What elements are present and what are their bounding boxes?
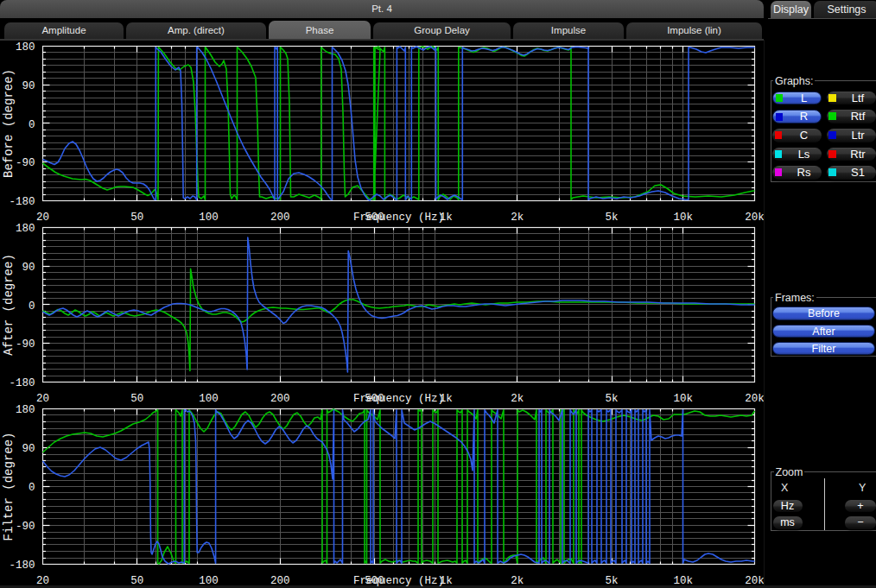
svg-text:50: 50 (130, 212, 143, 224)
svg-text:180: 180 (16, 404, 35, 416)
svg-text:20: 20 (36, 575, 49, 587)
svg-text:10k: 10k (674, 212, 694, 224)
svg-text:5k: 5k (606, 212, 619, 224)
svg-text:2k: 2k (511, 212, 524, 224)
svg-text:0: 0 (29, 300, 35, 313)
svg-text:Frequency (Hz): Frequency (Hz) (353, 393, 444, 405)
svg-text:2k: 2k (511, 393, 524, 405)
svg-text:Frequency (Hz): Frequency (Hz) (353, 575, 444, 587)
svg-text:10k: 10k (674, 393, 694, 405)
svg-text:-180: -180 (9, 196, 35, 208)
svg-text:0: 0 (29, 119, 35, 131)
svg-text:200: 200 (270, 212, 290, 224)
svg-text:50: 50 (130, 575, 143, 587)
svg-text:100: 100 (199, 212, 219, 224)
svg-text:20: 20 (36, 393, 49, 405)
svg-text:-90: -90 (16, 157, 35, 169)
svg-text:10k: 10k (674, 575, 694, 587)
svg-text:Before (degree): Before (degree) (2, 69, 16, 178)
svg-text:20k: 20k (745, 393, 764, 405)
svg-text:100: 100 (199, 393, 219, 405)
svg-text:5k: 5k (606, 575, 619, 587)
svg-text:20k: 20k (745, 212, 764, 224)
svg-text:100: 100 (199, 575, 219, 587)
svg-text:20k: 20k (745, 575, 764, 587)
svg-text:After (degree): After (degree) (2, 254, 16, 356)
svg-text:200: 200 (270, 575, 290, 587)
svg-text:Filter (degree): Filter (degree) (2, 432, 16, 541)
svg-text:180: 180 (16, 223, 35, 235)
svg-text:50: 50 (130, 393, 143, 405)
svg-text:90: 90 (22, 262, 35, 274)
svg-text:5k: 5k (606, 393, 619, 405)
svg-text:-180: -180 (9, 377, 35, 389)
svg-text:2k: 2k (511, 575, 524, 587)
svg-text:180: 180 (16, 41, 35, 54)
svg-text:-180: -180 (9, 560, 35, 572)
svg-text:20: 20 (36, 212, 49, 224)
svg-text:90: 90 (22, 80, 35, 92)
svg-text:Frequency (Hz): Frequency (Hz) (353, 212, 444, 224)
svg-text:90: 90 (22, 443, 35, 455)
svg-text:0: 0 (29, 482, 35, 494)
svg-text:200: 200 (270, 393, 290, 405)
svg-text:-90: -90 (16, 521, 35, 533)
svg-text:-90: -90 (16, 338, 35, 351)
